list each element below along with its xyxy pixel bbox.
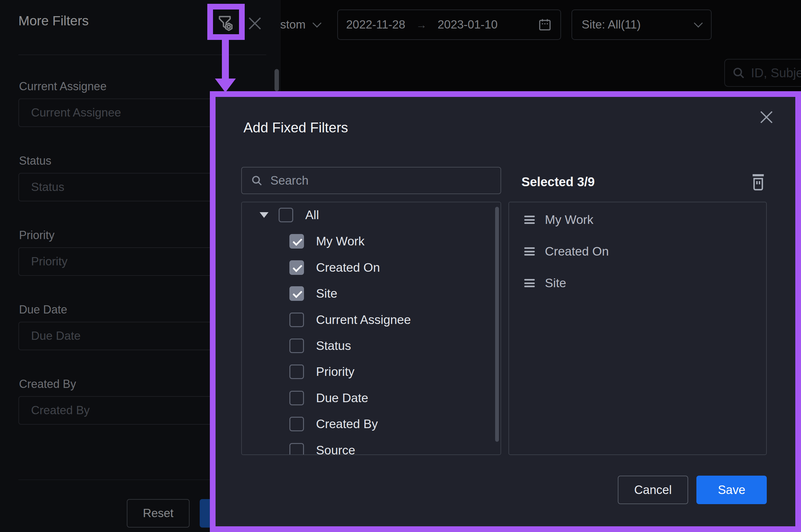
tree-label: Current Assignee [316,313,411,327]
selected-filters-list: My Work Created On Site [508,202,767,455]
caret-down-icon[interactable] [260,212,269,218]
trash-icon [751,173,766,191]
tree-row-status[interactable]: Status [289,338,351,354]
drag-handle-icon[interactable] [524,279,535,287]
annotation-highlight-box [207,4,245,40]
tree-label: Created On [316,261,380,274]
tree-row-priority[interactable]: Priority [289,364,354,379]
checkbox-created-by[interactable] [289,417,304,431]
tree-label: Priority [316,365,354,379]
selected-count-label: Selected 3/9 [522,175,595,189]
tree-label: Created By [316,417,378,431]
filter-options-list: All My Work Created On Site Current Assi… [241,202,501,455]
annotation-arrow-line [222,39,229,79]
annotation-arrow-head-icon [215,78,236,93]
selected-item-label: Site [545,276,566,290]
checkbox-source[interactable] [289,443,304,455]
selected-item-label: My Work [545,213,594,227]
filter-search-input[interactable] [270,173,492,188]
checkbox-site[interactable] [289,286,304,301]
checkbox-all[interactable] [279,208,293,222]
checkbox-created-on[interactable] [289,260,304,275]
add-fixed-filters-modal: Add Fixed Filters Selected 3/9 [210,91,801,532]
tree-label: Site [316,287,337,301]
checkbox-my-work[interactable] [289,234,304,249]
tree-label: Due Date [316,391,368,405]
tree-label: Status [316,339,351,353]
tree-row-all[interactable]: All [260,207,319,223]
selected-item-site[interactable]: Site [524,276,566,291]
checkbox-priority[interactable] [289,364,304,379]
search-icon [251,174,263,187]
clear-selected-button[interactable] [751,173,766,191]
tree-row-created-by[interactable]: Created By [289,416,378,432]
tree-row-site[interactable]: Site [289,286,337,301]
checkbox-current-assignee[interactable] [289,312,304,327]
tree-row-due-date[interactable]: Due Date [289,391,368,406]
tree-row-my-work[interactable]: My Work [289,234,365,249]
checkbox-status[interactable] [289,339,304,353]
selected-item-label: Created On [545,245,609,259]
tree-label: All [305,208,319,222]
selected-item-created-on[interactable]: Created On [524,244,609,259]
tree-label: My Work [316,234,365,248]
checkbox-due-date[interactable] [289,391,304,405]
drag-handle-icon[interactable] [524,216,535,224]
drag-handle-icon[interactable] [524,247,535,255]
selected-item-my-work[interactable]: My Work [524,212,594,227]
filter-search-box[interactable] [241,167,501,194]
tree-scrollbar[interactable] [495,207,499,442]
tree-row-created-on[interactable]: Created On [289,260,380,275]
tree-row-current-assignee[interactable]: Current Assignee [289,312,411,327]
modal-title: Add Fixed Filters [243,120,348,135]
tree-row-source[interactable]: Source [289,443,355,455]
save-button[interactable]: Save [696,476,767,504]
cancel-button[interactable]: Cancel [618,476,688,504]
tree-label: Source [316,443,355,455]
screen: stom 2022-11-28 → 2023-01-10 Site: All(1… [0,0,801,532]
